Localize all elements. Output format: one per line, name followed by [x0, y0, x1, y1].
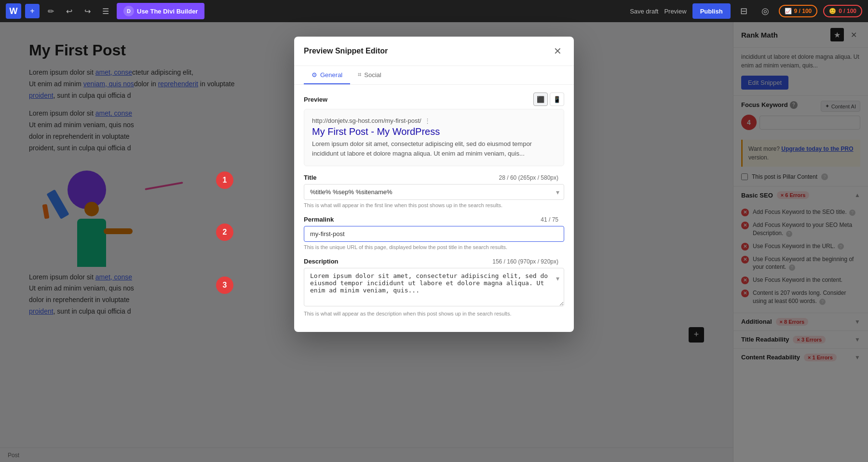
modal: Preview Snippet Editor ✕ ⚙ General ⌗ Soc… [294, 37, 574, 332]
step-3-badge: 3 [216, 277, 233, 294]
step-1-badge: 1 [216, 172, 233, 189]
readability-icon: 😊 [829, 8, 836, 14]
permalink-input[interactable] [304, 226, 564, 242]
title-count: 28 / 60 (265px / 580px) [499, 174, 558, 181]
permalink-count: 41 / 75 [541, 216, 558, 223]
permalink-field-group: Permalink 41 / 75 T [304, 216, 564, 250]
add-button[interactable]: + [25, 4, 40, 18]
desktop-view-button[interactable]: ⬛ [533, 92, 548, 106]
description-textarea[interactable]: Lorem ipsum dolor sit amet, consectetur … [304, 268, 564, 306]
seo-score-badge[interactable]: 📈 9 / 100 [779, 5, 818, 17]
title-input[interactable] [304, 184, 564, 200]
description-field-label: Description [304, 258, 339, 265]
modal-title: Preview Snippet Editor [304, 47, 388, 55]
modal-close-button[interactable]: ✕ [551, 44, 564, 58]
preview-label: Preview [304, 96, 327, 103]
preview-box: http://donjetv.sg-host.com/my-first-post… [304, 109, 564, 166]
url-menu-icon[interactable]: ⋮ [424, 117, 431, 124]
permalink-input-wrapper [304, 226, 564, 242]
publish-button[interactable]: Publish [692, 3, 731, 19]
modal-tabs: ⚙ General ⌗ Social [294, 66, 574, 85]
menu-button[interactable]: ☰ [98, 4, 113, 18]
preview-button[interactable]: Preview [664, 8, 686, 15]
save-draft-button[interactable]: Save draft [630, 8, 658, 15]
description-textarea-wrapper: Lorem ipsum dolor sit amet, consectetur … [304, 268, 564, 308]
preview-description: Lorem ipsum dolor sit amet, consectetur … [312, 139, 556, 158]
layout-icon[interactable]: ⊟ [736, 3, 752, 19]
title-field-label: Title [304, 174, 317, 181]
share-icon: ⌗ [358, 71, 361, 79]
description-hint: This is what will appear as the descript… [304, 311, 564, 317]
undo-button[interactable]: ↩ [62, 4, 76, 18]
description-count: 156 / 160 (970px / 920px) [492, 258, 558, 265]
redo-button[interactable]: ↪ [80, 4, 95, 18]
description-field-header: Description 156 / 160 (970px / 920px) [304, 258, 564, 265]
gear-icon: ⚙ [312, 71, 317, 79]
topbar-right: Save draft Preview Publish ⊟ ◎ 📈 9 / 100… [630, 3, 862, 19]
preview-header: Preview ⬛ 📱 [304, 92, 564, 106]
preview-view-buttons: ⬛ 📱 [533, 92, 564, 106]
divi-builder-button[interactable]: D Use The Divi Builder [117, 3, 204, 19]
modal-overlay: 1 2 3 Preview Snippet Editor ✕ ⚙ General… [0, 22, 868, 462]
permalink-hint: This is the unique URL of this page, dis… [304, 244, 564, 250]
description-field-group: Description 156 / 160 (970px / 920px) Lo… [304, 258, 564, 317]
permalink-field-header: Permalink 41 / 75 [304, 216, 564, 223]
wp-logo[interactable]: W [6, 3, 21, 19]
modal-body: Preview ⬛ 📱 http://donjetv.sg-host.com/m… [294, 85, 574, 332]
permalink-field-label: Permalink [304, 216, 334, 223]
step-2-badge: 2 [216, 224, 233, 241]
title-hint: This is what will appear in the first li… [304, 202, 564, 208]
title-field-group: Title 28 / 60 (265px / 580px) ▾ [304, 174, 564, 208]
preview-title[interactable]: My First Post - My WordPress [312, 126, 556, 137]
rank-math-icon[interactable]: ◎ [758, 3, 773, 19]
tab-social[interactable]: ⌗ Social [350, 66, 389, 84]
title-input-wrapper: ▾ [304, 184, 564, 200]
modal-header: Preview Snippet Editor ✕ [294, 37, 574, 66]
tab-general[interactable]: ⚙ General [304, 66, 350, 84]
preview-url: http://donjetv.sg-host.com/my-first-post… [312, 117, 556, 124]
topbar: W + ✏ ↩ ↪ ☰ D Use The Divi Builder Save … [0, 0, 868, 22]
readability-score-badge[interactable]: 😊 0 / 100 [823, 5, 862, 17]
mobile-view-button[interactable]: 📱 [550, 92, 564, 106]
divi-icon: D [123, 6, 134, 16]
score-icon: 📈 [785, 8, 792, 14]
title-field-header: Title 28 / 60 (265px / 580px) [304, 174, 564, 181]
edit-icon[interactable]: ✏ [43, 4, 58, 18]
